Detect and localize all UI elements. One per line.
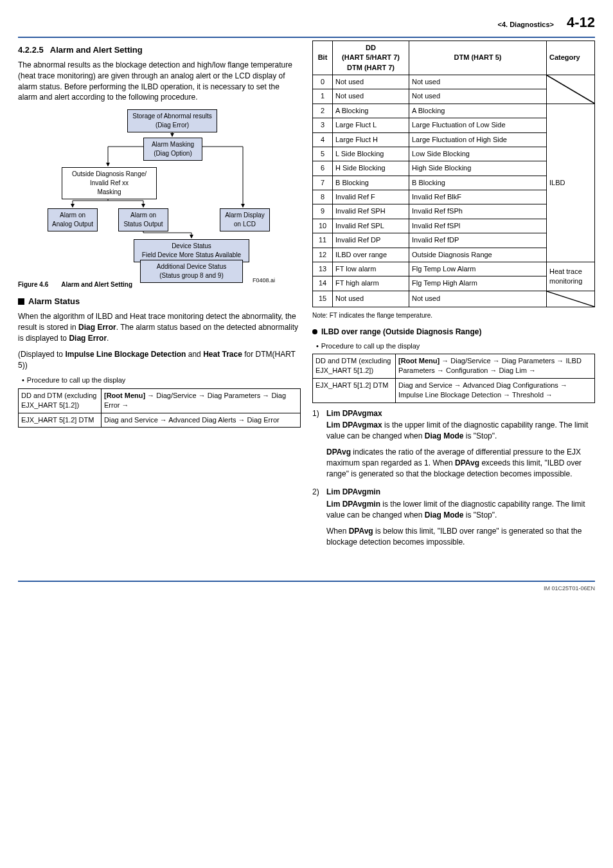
list-body: Lim DPAvgmax Lim DPAvgmax is the upper l… bbox=[326, 408, 595, 485]
proc-cell: Diag and Service → Advanced Diag Configu… bbox=[396, 378, 595, 402]
bit-cell: Not used bbox=[409, 291, 547, 307]
list-title: Lim DPAvgmin bbox=[326, 487, 380, 496]
bit-cell: Not used bbox=[409, 89, 547, 104]
header-rule bbox=[18, 37, 595, 38]
flow-device: Device Status Field Device More Status A… bbox=[134, 239, 249, 262]
bit-cell: FT high alarm bbox=[333, 276, 409, 291]
list-body: Lim DPAvgmin Lim DPAvgmin is the lower l… bbox=[326, 487, 595, 552]
flow-status: Alarm on Status Output bbox=[118, 208, 168, 231]
bit-cell: Large Fluct H bbox=[333, 132, 409, 147]
procedure-heading-right: •Procedure to call up the display bbox=[312, 341, 595, 351]
bit-cell: Invalid Ref fSPh bbox=[409, 204, 547, 219]
bit-cell: A Blocking bbox=[333, 104, 409, 118]
text: is "Stop". bbox=[463, 431, 497, 440]
proc-cell: [Root Menu] → Diag/Service → Diag Parame… bbox=[102, 388, 301, 413]
bit-cat-heat: Heat trace monitoring bbox=[547, 262, 595, 291]
bit-table: Bit DD (HART 5/HART 7) DTM (HART 7) DTM … bbox=[312, 41, 595, 307]
proc-cell: DD and DTM (excluding EJX_HART 5[1.2]) bbox=[313, 354, 396, 379]
proc-cell: EJX_HART 5[1.2] DTM bbox=[313, 378, 396, 402]
text: . bbox=[107, 334, 109, 343]
bit-cell: A Blocking bbox=[409, 104, 547, 118]
bit-cell: B Blocking bbox=[409, 176, 547, 190]
text-bold: Heat Trace bbox=[203, 350, 242, 359]
left-column: 4.2.2.5Alarm and Alert Setting The abnor… bbox=[18, 41, 301, 556]
flow-lcd: Alarm Display on LCD bbox=[220, 208, 270, 231]
text: and bbox=[186, 350, 203, 359]
bit-cell: Large Fluct L bbox=[333, 118, 409, 132]
flowchart: Storage of Abnormal results (Diag Error)… bbox=[44, 109, 275, 276]
alarm-status-paragraph: When the algorithm of ILBD and Heat trac… bbox=[18, 311, 301, 343]
bit-cell: 13 bbox=[313, 262, 333, 276]
text-bold: DPAvg bbox=[455, 458, 479, 467]
text-bold: DPAvg bbox=[326, 448, 351, 457]
bit-header-dtm: DTM (HART 5) bbox=[409, 41, 547, 75]
bit-cell: 14 bbox=[313, 276, 333, 291]
svg-line-13 bbox=[547, 75, 594, 104]
text-bold: Diag Mode bbox=[425, 431, 464, 440]
bit-cell: 8 bbox=[313, 190, 333, 204]
bit-cell: Not used bbox=[333, 89, 409, 104]
square-bullet-icon bbox=[18, 298, 24, 305]
list-item: 2) Lim DPAvgmin Lim DPAvgmin is the lowe… bbox=[312, 487, 595, 552]
text-bold: Lim DPAvgmin bbox=[326, 500, 380, 509]
bit-cell: 10 bbox=[313, 219, 333, 233]
proc-cell: EJX_HART 5[1.2] DTM bbox=[19, 413, 102, 427]
right-column: Bit DD (HART 5/HART 7) DTM (HART 7) DTM … bbox=[312, 41, 595, 556]
bit-cat-empty bbox=[547, 75, 595, 104]
list-number: 2) bbox=[312, 487, 323, 552]
bit-cell: B Blocking bbox=[333, 176, 409, 190]
svg-line-14 bbox=[547, 291, 594, 307]
bit-cell: 9 bbox=[313, 204, 333, 219]
bit-cell: 4 bbox=[313, 132, 333, 147]
bit-cell: Not used bbox=[409, 75, 547, 89]
bit-cell: 6 bbox=[313, 161, 333, 176]
bit-cell: ILBD over range bbox=[333, 248, 409, 262]
procedure-heading-left: •Procedure to call up the display bbox=[18, 375, 301, 385]
flow-storage: Storage of Abnormal results (Diag Error) bbox=[127, 109, 217, 132]
text: When bbox=[326, 527, 349, 536]
procedure-table-right: DD and DTM (excluding EJX_HART 5[1.2]) [… bbox=[312, 354, 595, 403]
bit-cell: High Side Blocking bbox=[409, 161, 547, 176]
bit-cell: 0 bbox=[313, 75, 333, 89]
numbered-list: 1) Lim DPAvgmax Lim DPAvgmax is the uppe… bbox=[312, 408, 595, 553]
flow-analog: Alarm on Analog Output bbox=[48, 208, 98, 231]
procedure-table-left: DD and DTM (excluding EJX_HART 5[1.2]) [… bbox=[18, 388, 301, 428]
bit-cell: Invalid Ref BlkF bbox=[409, 190, 547, 204]
bit-cell: Invalid Ref SPH bbox=[333, 204, 409, 219]
section-title: Alarm and Alert Setting bbox=[50, 45, 143, 55]
figure-title: Alarm and Alert Setting bbox=[61, 281, 132, 288]
text-bold: Diag Error bbox=[69, 334, 107, 343]
flow-additional: Additional Device Status (Status group 8… bbox=[140, 260, 243, 283]
section-number: 4.2.2.5 bbox=[18, 45, 44, 55]
proc-cell: Diag and Service → Advanced Diag Alerts … bbox=[102, 413, 301, 427]
bit-cell: 5 bbox=[313, 147, 333, 161]
bit-cell: 15 bbox=[313, 291, 333, 307]
alarm-status-title: Alarm Status bbox=[28, 296, 80, 306]
bit-cell: H Side Blocking bbox=[333, 161, 409, 176]
flow-outside: Outside Diagnosis Range/ Invalid Ref xx … bbox=[62, 167, 157, 199]
document-id: IM 01C25T01-06EN bbox=[18, 584, 595, 593]
alarm-status-heading: Alarm Status bbox=[18, 296, 301, 307]
figure-id: Figure 4.6 bbox=[18, 281, 48, 288]
proc-cell: DD and DTM (excluding EJX_HART 5[1.2]) bbox=[19, 388, 102, 413]
displayed-note: (Displayed to Impulse Line Blockage Dete… bbox=[18, 349, 301, 371]
text: is "Stop". bbox=[463, 511, 497, 520]
bit-header-dd: DD (HART 5/HART 7) DTM (HART 7) bbox=[333, 41, 409, 75]
bit-cell: 12 bbox=[313, 248, 333, 262]
bit-cell: 2 bbox=[313, 104, 333, 118]
bit-cell: Not used bbox=[333, 75, 409, 89]
bit-cell: Invalid Ref SPL bbox=[333, 219, 409, 233]
breadcrumb: <4. Diagnostics> bbox=[498, 20, 554, 30]
bit-cell: Not used bbox=[333, 291, 409, 307]
circle-bullet-icon bbox=[312, 329, 317, 334]
bit-cell: 3 bbox=[313, 118, 333, 132]
list-number: 1) bbox=[312, 408, 323, 485]
text: (Displayed to bbox=[18, 350, 65, 359]
bullet-icon: • bbox=[316, 341, 319, 351]
bit-header-cat: Category bbox=[547, 41, 595, 75]
proc-cell: [Root Menu] → Diag/Service → Diag Parame… bbox=[396, 354, 595, 379]
ilbd-title: ILBD over range (Outside Diagnosis Range… bbox=[321, 327, 481, 336]
bit-cell: Invalid Ref fSPl bbox=[409, 219, 547, 233]
text-bold: Diag Mode bbox=[425, 511, 464, 520]
bit-cell: Invalid Ref fDP bbox=[409, 233, 547, 248]
